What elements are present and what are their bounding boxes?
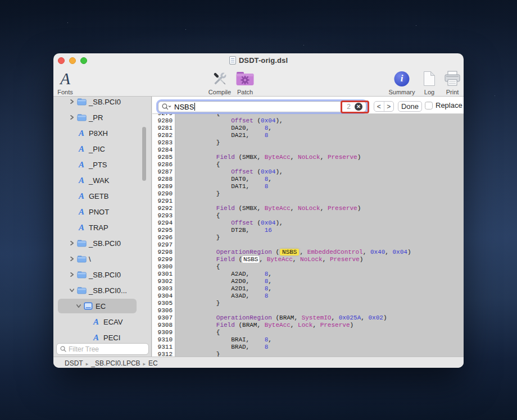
sidebar-item-trap[interactable]: ATRAP (53, 220, 151, 235)
method-icon: A (76, 207, 87, 216)
breadcrumb-item[interactable]: DSDT (65, 359, 83, 367)
folder-icon (76, 113, 87, 121)
sidebar-item-sbpci0[interactable]: _SB.PCI0 (53, 235, 151, 251)
sidebar-item-label: _WAK (89, 176, 109, 185)
disclosure-chevron-icon[interactable] (68, 98, 76, 106)
method-icon: A (76, 191, 87, 200)
find-next-button[interactable]: > (384, 102, 394, 111)
code-line: 9285 Field (SMBX, ByteAcc, NoLock, Prese… (152, 154, 464, 161)
line-number: 9283 (152, 139, 175, 147)
method-icon: A (76, 176, 87, 185)
sidebar-item-label: _SB.PCI0 (89, 98, 121, 106)
sidebar-item-getb[interactable]: AGETB (53, 188, 151, 204)
sidebar-item-label: PNOT (89, 208, 109, 216)
sidebar-item-pnot[interactable]: APNOT (53, 204, 151, 220)
app-window: DSDT-orig.dsl A Fonts (53, 53, 464, 368)
sidebar-scrollbar[interactable] (142, 127, 146, 181)
sidebar-item-label: \ (89, 255, 91, 263)
line-number: 9294 (152, 220, 175, 227)
disclosure-chevron-icon[interactable] (68, 113, 76, 121)
disclosure-spacer (68, 208, 76, 216)
sidebar-item-sbpci0[interactable]: _SB.PCI0 (53, 97, 151, 109)
stars (67, 22, 68, 23)
summary-button[interactable]: i Summary (388, 69, 415, 95)
code-editor[interactable]: 9279 {9280 Offset (0x04),9281 DA20, 8,92… (152, 97, 464, 357)
search-query-text: NSBS (174, 103, 194, 111)
method-icon: A (76, 223, 87, 232)
code-line: 9305 } (152, 300, 464, 307)
code-line: 9287 Offset (0x04), (152, 168, 464, 176)
document-icon (229, 56, 236, 65)
line-number: 9287 (152, 168, 175, 176)
print-icon (444, 69, 461, 88)
breadcrumb-separator: ▸ (143, 361, 146, 367)
disclosure-chevron-icon[interactable] (68, 255, 76, 263)
disclosure-spacer (68, 129, 76, 137)
find-previous-button[interactable]: < (374, 102, 384, 111)
code-line: 9280 Offset (0x04), (152, 117, 464, 125)
fonts-button[interactable]: A Fonts (57, 69, 73, 95)
folder-icon (76, 239, 87, 247)
done-button[interactable]: Done (398, 101, 422, 112)
code-line: 9303 A2D1, 8, (152, 285, 464, 293)
code-content: 9279 {9280 Offset (0x04),9281 DA20, 8,92… (152, 110, 464, 357)
sidebar-item-label: TRAP (89, 223, 108, 232)
device-icon (83, 302, 94, 311)
code-line: 9286 { (152, 161, 464, 168)
sidebar-tree[interactable]: _SB.PCI0_PRAP8XHA_PICA_PTSA_WAKAGETBAPNO… (53, 97, 152, 357)
filter-placeholder: Filter Tree (69, 345, 99, 353)
sidebar-item-ecav[interactable]: AECAV (53, 314, 151, 330)
code-line: 9312 } (152, 351, 464, 357)
sidebar-item-label: EC (96, 302, 106, 311)
disclosure-chevron-icon[interactable] (68, 271, 76, 279)
folder-icon (76, 286, 87, 294)
fonts-label: Fonts (57, 89, 73, 95)
folder-icon (76, 255, 87, 263)
line-number: 9290 (152, 190, 175, 198)
disclosure-chevron-icon[interactable] (68, 239, 76, 247)
line-number: 9305 (152, 300, 175, 307)
sidebar-item-pr[interactable]: _PR (53, 109, 151, 125)
sidebar-item-label: PECI (103, 334, 120, 342)
search-magnifier-icon[interactable] (162, 103, 171, 110)
compile-button[interactable]: Compile (208, 69, 231, 95)
disclosure-spacer (68, 223, 76, 231)
sidebar-item-label: _SB.PCI0 (89, 271, 121, 279)
folder-icon (76, 98, 87, 106)
disclosure-spacer (83, 334, 90, 341)
disclosure-spacer (83, 318, 90, 326)
sidebar-item-ec[interactable]: EC (53, 298, 151, 314)
disclosure-chevron-icon[interactable] (75, 302, 83, 310)
disclosure-chevron-icon[interactable] (68, 286, 76, 294)
code-line: 9298 OperationRegion (NSBS, EmbeddedCont… (152, 249, 464, 256)
sidebar-item-[interactable]: \ (53, 251, 151, 267)
sidebar-item-pic[interactable]: A_PIC (53, 141, 151, 157)
breadcrumb-item[interactable]: EC (148, 359, 158, 367)
line-number: 9300 (152, 263, 175, 271)
code-line: 9289 DAT1, 8 (152, 183, 464, 190)
code-line: 9293 { (152, 212, 464, 220)
sidebar-item-wak[interactable]: A_WAK (53, 172, 151, 188)
compile-label: Compile (208, 89, 231, 95)
window-title: DSDT-orig.dsl (239, 56, 288, 65)
find-search-input[interactable]: NSBS 2 ✕ (158, 101, 366, 112)
line-number: 9309 (152, 329, 175, 336)
titlebar[interactable]: DSDT-orig.dsl (53, 53, 464, 68)
find-bar: NSBS 2 ✕ < > Done Replace (152, 97, 464, 114)
log-button[interactable]: Log (423, 69, 436, 95)
sidebar-item-pts[interactable]: A_PTS (53, 157, 151, 172)
sidebar-item-sbpci0[interactable]: _SB.PCI0... (53, 282, 151, 298)
code-line: 9311 BRAD, 8 (152, 344, 464, 351)
status-bar: DSDT▸_SB.PCI0.LPCB▸EC (53, 357, 464, 368)
patch-label: Patch (235, 89, 255, 95)
replace-checkbox[interactable] (425, 102, 433, 109)
text-caret (194, 103, 195, 111)
code-line: 9304 A3AD, 8 (152, 293, 464, 300)
breadcrumb-item[interactable]: _SB.PCI0.LPCB (91, 359, 140, 367)
print-button[interactable]: Print (444, 69, 461, 95)
sidebar-item-p8xh[interactable]: AP8XH (53, 125, 151, 141)
code-line: 9301 A2AD, 8, (152, 271, 464, 278)
filter-tree-input[interactable]: Filter Tree (56, 343, 149, 355)
patch-button[interactable]: Patch (235, 69, 255, 95)
sidebar-item-sbpci0[interactable]: _SB.PCI0 (53, 267, 151, 282)
